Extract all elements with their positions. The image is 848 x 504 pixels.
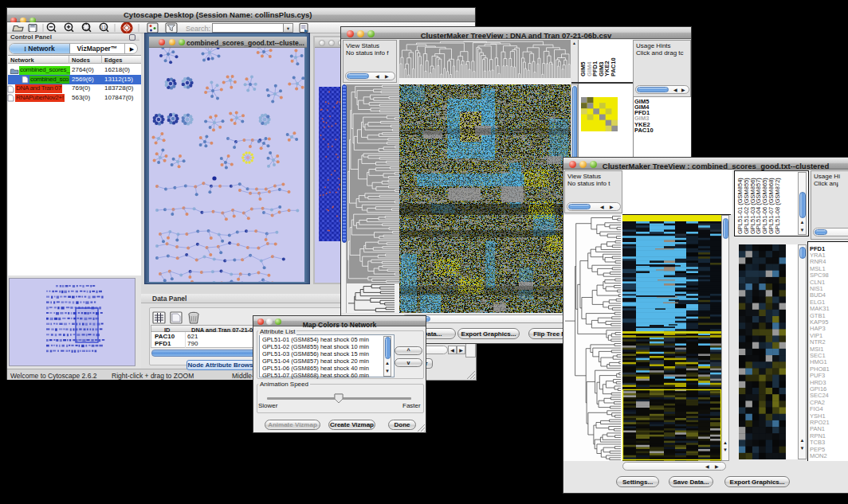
svg-text:1:1: 1:1: [101, 25, 107, 29]
